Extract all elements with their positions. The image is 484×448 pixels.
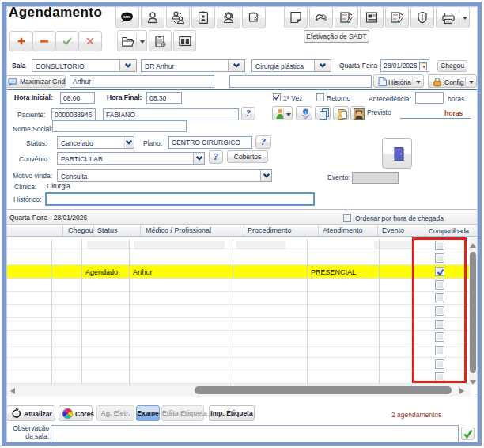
svg-text:SMS: SMS xyxy=(123,15,131,19)
svg-text:i: i xyxy=(305,109,307,116)
